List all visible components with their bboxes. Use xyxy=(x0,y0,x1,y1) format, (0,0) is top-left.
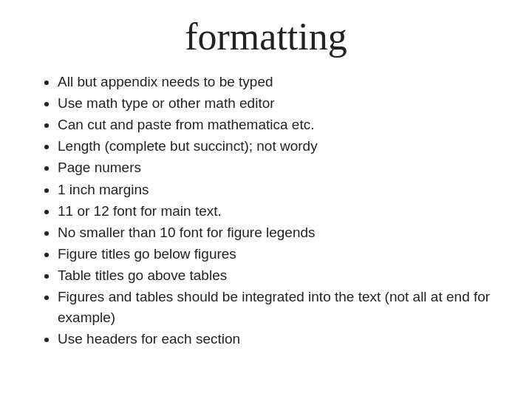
bullet-list: All but appendix needs to be typedUse ma… xyxy=(30,72,502,350)
list-item: Page numers xyxy=(58,157,502,178)
list-item: Can cut and paste from mathematica etc. xyxy=(58,115,502,135)
list-item: Length (complete but succinct); not word… xyxy=(58,136,502,157)
list-item: Figure titles go below figures xyxy=(58,244,502,265)
list-item: All but appendix needs to be typed xyxy=(58,72,502,92)
page-title: formatting xyxy=(185,15,347,58)
list-item: No smaller than 10 font for figure legen… xyxy=(58,222,502,243)
list-item: Table titles go above tables xyxy=(58,265,502,286)
page: formatting All but appendix needs to be … xyxy=(0,0,532,399)
list-item: Figures and tables should be integrated … xyxy=(58,287,502,328)
list-item: Use headers for each section xyxy=(58,329,502,349)
list-item: 11 or 12 font for main text. xyxy=(58,201,502,222)
list-item: Use math type or other math editor xyxy=(58,93,502,114)
list-item: 1 inch margins xyxy=(58,180,502,200)
